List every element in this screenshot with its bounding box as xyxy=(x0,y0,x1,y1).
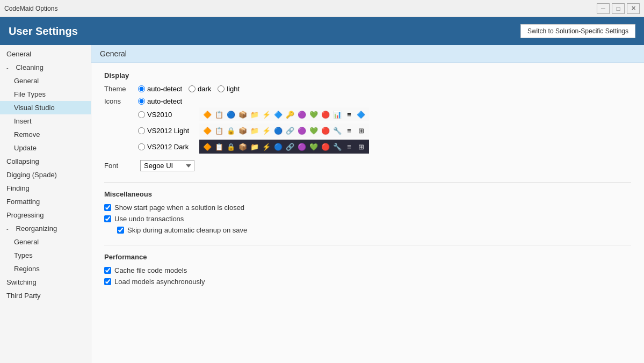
sidebar-item-progressing[interactable]: Progressing xyxy=(0,208,91,222)
theme-light-label: light xyxy=(227,85,240,93)
icon-vs2012d-12: 🔧 xyxy=(332,141,343,152)
main-layout: General - Cleaning General File Types Vi… xyxy=(0,45,644,363)
sidebar-item-reorganizing[interactable]: - Reorganizing xyxy=(0,222,91,235)
font-select[interactable]: Segoe UI Arial Consolas Courier New Verd… xyxy=(140,160,194,171)
use-undo-label: Use undo transactions xyxy=(114,215,184,223)
icon-vs2012d-10: 💚 xyxy=(308,141,319,152)
switch-settings-button[interactable]: Switch to Solution-Specific Settings xyxy=(520,24,635,38)
icon-vs2012l-6: ⚡ xyxy=(261,125,272,136)
theme-light-option[interactable]: light xyxy=(218,85,240,93)
icons-auto-detect-option[interactable]: auto-detect xyxy=(138,97,182,105)
icon-vs2012l-11: 🔴 xyxy=(320,125,331,136)
load-models-checkbox[interactable] xyxy=(104,278,111,285)
sidebar-item-switching[interactable]: Switching xyxy=(0,275,91,289)
icon-vs2012l-2: 📋 xyxy=(214,125,225,136)
icon-vs2010-5: 📁 xyxy=(249,109,260,120)
icon-vs2012l-13: ≡ xyxy=(344,125,354,136)
icon-vs2012d-4: 📦 xyxy=(237,141,248,152)
icon-vs2010-4: 📦 xyxy=(237,109,248,120)
vs2012dark-icon-strip: 🔶 📋 🔒 📦 📁 ⚡ 🔵 🔗 🟣 💚 🔴 xyxy=(199,140,369,154)
divider-2 xyxy=(104,245,631,245)
sidebar-item-third-party[interactable]: Third Party xyxy=(0,289,91,302)
icon-vs2012d-13: ≡ xyxy=(344,141,354,152)
icon-vs2012d-1: 🔶 xyxy=(202,141,213,152)
load-models-row[interactable]: Load models asynchronously xyxy=(104,278,631,286)
theme-radio-group: auto-detect dark light xyxy=(138,85,240,93)
skip-cleanup-row[interactable]: Skip during automatic cleanup on save xyxy=(117,226,631,234)
icons-vs2010-row: VS2010 🔶 📋 🔵 📦 📁 ⚡ 🔷 🔑 xyxy=(138,107,369,121)
sidebar-item-digging[interactable]: Digging (Spade) xyxy=(0,168,91,182)
icons-vs2010-option[interactable]: VS2010 xyxy=(138,111,197,119)
use-undo-row[interactable]: Use undo transactions xyxy=(104,215,631,223)
icon-vs2010-11: 🔴 xyxy=(320,109,331,120)
sidebar-item-collapsing[interactable]: Collapsing xyxy=(0,155,91,168)
sidebar-item-file-types[interactable]: File Types xyxy=(0,88,91,101)
icon-vs2010-6: ⚡ xyxy=(261,109,272,120)
icons-vs2012dark-radio[interactable] xyxy=(138,143,145,150)
font-label: Font xyxy=(104,162,134,170)
window-title: CodeMaid Options xyxy=(4,5,57,12)
icon-vs2010-8: 🔑 xyxy=(285,109,295,120)
divider-1 xyxy=(104,182,631,183)
use-undo-checkbox[interactable] xyxy=(104,215,111,222)
sidebar-item-remove[interactable]: Remove xyxy=(0,128,91,141)
icons-vs2012light-row: VS2012 Light 🔶 📋 🔒 📦 📁 ⚡ 🔵 🔗 xyxy=(138,124,369,137)
show-start-page-label: Show start page when a solution is close… xyxy=(114,204,244,212)
page-title: User Settings xyxy=(9,25,78,38)
theme-dark-label: dark xyxy=(198,85,211,93)
icon-vs2012l-12: 🔧 xyxy=(332,125,343,136)
minimize-button[interactable]: ─ xyxy=(597,3,610,14)
sidebar-item-cleaning-general[interactable]: General xyxy=(0,74,91,88)
sidebar-item-reorg-types[interactable]: Types xyxy=(0,249,91,262)
window-controls: ─ □ ✕ xyxy=(597,3,640,14)
sidebar-item-insert[interactable]: Insert xyxy=(0,114,91,128)
sidebar-item-cleaning[interactable]: - Cleaning xyxy=(0,61,91,74)
cache-file-row[interactable]: Cache file code models xyxy=(104,266,631,274)
theme-dark-radio[interactable] xyxy=(189,85,196,92)
user-settings-header: User Settings Switch to Solution-Specifi… xyxy=(0,17,644,45)
close-button[interactable]: ✕ xyxy=(627,3,640,14)
skip-cleanup-checkbox[interactable] xyxy=(117,227,124,234)
icons-vs2012light-label: VS2012 Light xyxy=(147,127,189,135)
icons-auto-detect-row: auto-detect xyxy=(138,97,369,105)
misc-label: Miscellaneous xyxy=(104,190,631,198)
icon-vs2010-14: 🔷 xyxy=(356,109,366,120)
sidebar-item-update[interactable]: Update xyxy=(0,141,91,155)
icon-vs2012d-6: ⚡ xyxy=(261,141,272,152)
icons-row: Icons auto-detect xyxy=(104,97,631,156)
icons-auto-detect-label: auto-detect xyxy=(147,97,182,105)
content-body: Display Theme auto-detect dark xyxy=(91,63,644,305)
theme-auto-detect-option[interactable]: auto-detect xyxy=(138,85,182,93)
icons-label: Icons xyxy=(104,97,134,105)
miscellaneous-section: Miscellaneous Show start page when a sol… xyxy=(104,190,631,234)
theme-dark-option[interactable]: dark xyxy=(189,85,211,93)
skip-cleanup-label: Skip during automatic cleanup on save xyxy=(127,226,247,234)
sidebar-item-general-top[interactable]: General xyxy=(0,47,91,61)
sidebar-item-finding[interactable]: Finding xyxy=(0,182,91,195)
collapse-cleaning-icon: - xyxy=(6,64,14,71)
icon-vs2012l-3: 🔒 xyxy=(226,125,236,136)
maximize-button[interactable]: □ xyxy=(612,3,625,14)
section-title: General xyxy=(91,45,644,63)
icon-vs2012l-4: 📦 xyxy=(237,125,248,136)
icons-auto-detect-radio[interactable] xyxy=(138,98,145,105)
theme-auto-detect-radio[interactable] xyxy=(138,85,145,92)
icons-vs2012light-radio[interactable] xyxy=(138,127,145,134)
performance-label: Performance xyxy=(104,253,631,261)
sidebar-item-visual-studio[interactable]: Visual Studio xyxy=(0,101,91,114)
sidebar-item-reorg-regions[interactable]: Regions xyxy=(0,262,91,275)
sidebar-item-reorg-general[interactable]: General xyxy=(0,235,91,249)
icon-vs2010-2: 📋 xyxy=(214,109,225,120)
icons-vs2012light-option[interactable]: VS2012 Light xyxy=(138,127,197,135)
sidebar-item-formatting[interactable]: Formatting xyxy=(0,195,91,208)
show-start-page-checkbox[interactable] xyxy=(104,204,111,211)
show-start-page-row[interactable]: Show start page when a solution is close… xyxy=(104,204,631,212)
icon-vs2010-12: 📊 xyxy=(332,109,343,120)
cache-file-checkbox[interactable] xyxy=(104,267,111,274)
icons-vs2010-radio[interactable] xyxy=(138,111,145,118)
icons-vs2012dark-option[interactable]: VS2012 Dark xyxy=(138,143,197,151)
icon-vs2012d-7: 🔵 xyxy=(273,141,284,152)
icon-vs2012l-1: 🔶 xyxy=(202,125,213,136)
icons-options: auto-detect VS2010 🔶 📋 xyxy=(138,97,369,156)
theme-light-radio[interactable] xyxy=(218,85,225,92)
